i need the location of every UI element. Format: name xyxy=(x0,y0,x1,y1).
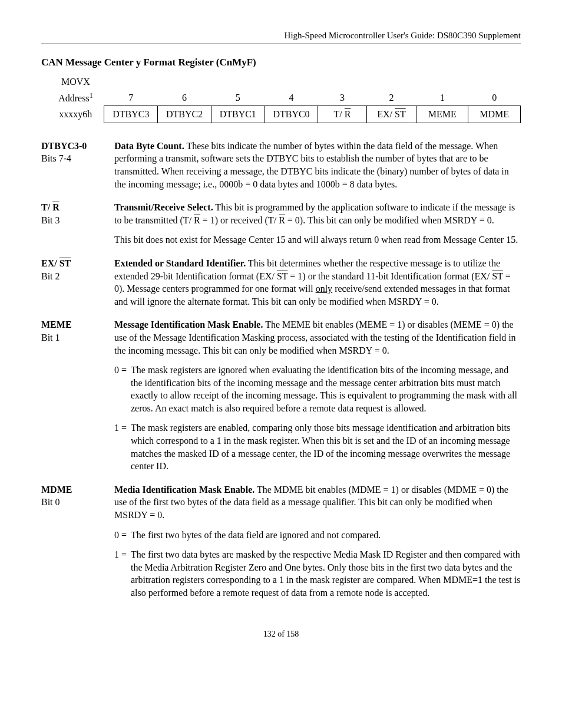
bit-number: 0 xyxy=(468,90,521,106)
bit-number: 7 xyxy=(104,90,158,106)
bit-field: EX/ ST xyxy=(366,106,416,123)
bit-field: T/ R xyxy=(318,106,366,123)
def-label: T/ RBit 3 xyxy=(41,201,112,246)
bit-field: MEME xyxy=(416,106,468,123)
address-label: Address1 xyxy=(47,90,104,106)
bit-number: 5 xyxy=(211,90,265,106)
def-body: Transmit/Receive Select. This bit is pro… xyxy=(114,201,521,246)
bit-number: 3 xyxy=(318,90,366,106)
bit-number: 1 xyxy=(416,90,468,106)
address-value: xxxxy6h xyxy=(47,106,104,123)
def-body: Media Identification Mask Enable. The MD… xyxy=(114,483,521,599)
page-header: High-Speed Microcontroller User's Guide:… xyxy=(41,29,521,44)
def-body: Data Byte Count. These bits indicate the… xyxy=(114,140,521,190)
def-label: EX/ STBit 2 xyxy=(41,257,112,308)
bit-number: 4 xyxy=(265,90,318,106)
bit-definitions: DTBYC3-0Bits 7-4Data Byte Count. These b… xyxy=(41,140,521,599)
def-label: DTBYC3-0Bits 7-4 xyxy=(41,140,112,190)
bit-number: 2 xyxy=(366,90,416,106)
def-body: Message Identification Mask Enable. The … xyxy=(114,318,521,473)
bit-field: MDME xyxy=(468,106,521,123)
bit-field: DTBYC0 xyxy=(265,106,318,123)
movx-label: MOVX xyxy=(47,74,104,90)
bit-field: DTBYC3 xyxy=(104,106,158,123)
def-label: MDMEBit 0 xyxy=(41,483,112,599)
def-label: MEMEBit 1 xyxy=(41,318,112,473)
bit-field: DTBYC1 xyxy=(211,106,265,123)
section-title: CAN Message Center y Format Register (Cn… xyxy=(41,56,521,70)
def-body: Extended or Standard Identifier. This bi… xyxy=(114,257,521,308)
page-number: 132 of 158 xyxy=(41,629,521,640)
bit-field: DTBYC2 xyxy=(158,106,211,123)
bit-number: 6 xyxy=(158,90,211,106)
register-bit-table: MOVX Address1 76543210 xxxxy6h DTBYC3DTB… xyxy=(47,74,521,123)
